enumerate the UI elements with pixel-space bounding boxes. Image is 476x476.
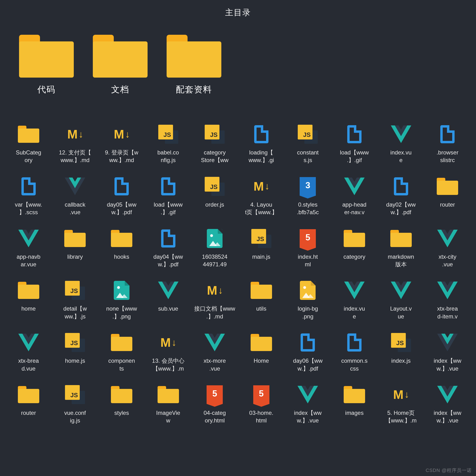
file-item[interactable]: xtx-city .vue: [425, 228, 469, 269]
file-item[interactable]: index.vu e: [333, 280, 376, 320]
item-icon-box: JS: [53, 332, 97, 353]
item-label: constant s.js: [286, 149, 330, 164]
file-item[interactable]: Layout.v ue: [379, 280, 423, 320]
js-icon: JS: [205, 125, 225, 144]
item-icon-box: [193, 332, 237, 353]
item-label: app-head er-nav.v: [333, 201, 376, 216]
folder-icon: [344, 230, 365, 247]
file-item[interactable]: JShome.js: [53, 332, 97, 373]
item-label: 16038524 44971.49: [193, 253, 237, 269]
item-icon-box: [239, 280, 283, 301]
item-icon-box: [425, 280, 469, 301]
file-icon: [161, 229, 175, 248]
file-item[interactable]: JSmain.js: [239, 228, 283, 269]
html5-icon: 5: [300, 229, 316, 248]
file-item[interactable]: none【www .】.png: [100, 280, 143, 320]
folder-icon: [344, 386, 365, 403]
item-label: babel.co nfig.js: [146, 149, 190, 164]
file-item[interactable]: index.vu e: [379, 124, 423, 164]
file-browser: 主目录 代码文档配套资料 SubCateg oryM↓12. 支付页【 www.…: [0, 0, 476, 425]
item-icon-box: [53, 176, 97, 197]
file-item[interactable]: 504-categ ory.html: [193, 384, 237, 425]
html5-icon: 5: [206, 385, 223, 404]
file-item[interactable]: day02【ww w.】.pdf: [379, 176, 423, 216]
top-folder[interactable]: 代码: [19, 35, 74, 95]
file-item[interactable]: loading【 www.】.gi: [239, 124, 283, 164]
item-label: day04【ww w.】.pdf: [146, 253, 190, 269]
file-item[interactable]: index【ww w.】.vue: [425, 384, 469, 425]
file-item[interactable]: Home: [239, 332, 283, 373]
top-folder[interactable]: 配套资料: [167, 35, 221, 95]
file-item[interactable]: var【www. 】.scss: [7, 176, 51, 216]
js-icon: JS: [391, 333, 411, 352]
file-item[interactable]: 16038524 44971.49: [193, 228, 237, 269]
folder-icon: [18, 282, 39, 299]
js-icon: JS: [65, 333, 85, 352]
file-item[interactable]: sub.vue: [146, 280, 190, 320]
file-item[interactable]: login-bg .png: [286, 280, 330, 320]
file-item[interactable]: utils: [239, 280, 283, 320]
file-item[interactable]: load【www .】.gif: [146, 176, 190, 216]
item-icon-box: [286, 384, 330, 405]
file-item[interactable]: library: [53, 228, 97, 269]
file-item[interactable]: app-head er-nav.v: [333, 176, 376, 216]
item-label: styles: [100, 409, 143, 417]
file-item[interactable]: index【ww w.】.vue: [425, 332, 469, 373]
file-item[interactable]: xtx-more .vue: [193, 332, 237, 373]
file-item[interactable]: router: [425, 176, 469, 216]
item-icon-box: [146, 176, 190, 197]
file-item[interactable]: M↓9. 登录页【w ww.】.md: [100, 124, 143, 164]
file-item[interactable]: 30.styles .bfb7a5c: [286, 176, 330, 216]
file-item[interactable]: router: [7, 384, 51, 425]
vue-icon: [298, 386, 318, 404]
file-item[interactable]: day06【ww w.】.pdf: [286, 332, 330, 373]
item-icon-box: [7, 124, 51, 144]
file-item[interactable]: ImageVie w: [146, 384, 190, 425]
file-item[interactable]: home: [7, 280, 51, 320]
file-item[interactable]: xtx-brea d-item.v: [425, 280, 469, 320]
item-icon-box: M↓: [146, 332, 190, 353]
file-item[interactable]: M↓接口文档【www .】.md: [193, 280, 237, 320]
file-item[interactable]: app-navb ar.vue: [7, 228, 51, 269]
item-label: load【www .】.gif: [146, 201, 190, 216]
item-label: xtx-brea d.vue: [7, 357, 51, 373]
file-item[interactable]: day04【ww w.】.pdf: [146, 228, 190, 269]
file-item[interactable]: load【www .】.gif: [333, 124, 376, 164]
file-item[interactable]: M↓12. 支付页【 www.】.md: [53, 124, 97, 164]
file-item[interactable]: category: [333, 228, 376, 269]
file-item[interactable]: SubCateg ory: [7, 124, 51, 164]
file-item[interactable]: callback .vue: [53, 176, 97, 216]
markdown-icon: M↓: [254, 179, 269, 193]
file-item[interactable]: .browser slistrc: [425, 124, 469, 164]
file-item[interactable]: JSbabel.co nfig.js: [146, 124, 190, 164]
file-item[interactable]: componen ts: [100, 332, 143, 373]
file-item[interactable]: images: [333, 384, 376, 425]
file-item[interactable]: JScategory Store【ww: [193, 124, 237, 164]
file-item[interactable]: JSvue.conf ig.js: [53, 384, 97, 425]
file-item[interactable]: 5index.ht ml: [286, 228, 330, 269]
file-item[interactable]: hooks: [100, 228, 143, 269]
file-item[interactable]: styles: [100, 384, 143, 425]
item-icon-box: M↓: [193, 280, 237, 301]
file-item[interactable]: day05【ww w.】.pdf: [100, 176, 143, 216]
file-item[interactable]: JSorder.js: [193, 176, 237, 216]
top-folder[interactable]: 文档: [93, 35, 148, 95]
item-icon-box: JS: [146, 124, 190, 144]
file-item[interactable]: index【ww w.】.vue: [286, 384, 330, 425]
folder-label: 文档: [93, 84, 148, 95]
item-label: ImageVie w: [146, 409, 190, 425]
js-icon: JS: [205, 177, 225, 196]
file-item[interactable]: M↓13. 会员中心 【www.】.m: [146, 332, 190, 373]
file-item[interactable]: xtx-brea d.vue: [7, 332, 51, 373]
file-item[interactable]: 503-home. html: [239, 384, 283, 425]
file-item[interactable]: M↓5. Home页 【www.】.m: [379, 384, 423, 425]
item-icon-box: [100, 332, 143, 353]
file-item[interactable]: markdown 版本: [379, 228, 423, 269]
file-item[interactable]: M↓4. Layou t页【www.】: [239, 176, 283, 216]
file-item[interactable]: JSdetail【w ww.】.js: [53, 280, 97, 320]
file-item[interactable]: JSindex.js: [379, 332, 423, 373]
file-item[interactable]: JSconstant s.js: [286, 124, 330, 164]
item-icon-box: [7, 228, 51, 249]
file-item[interactable]: common.s css: [333, 332, 376, 373]
js-icon: JS: [65, 281, 85, 300]
